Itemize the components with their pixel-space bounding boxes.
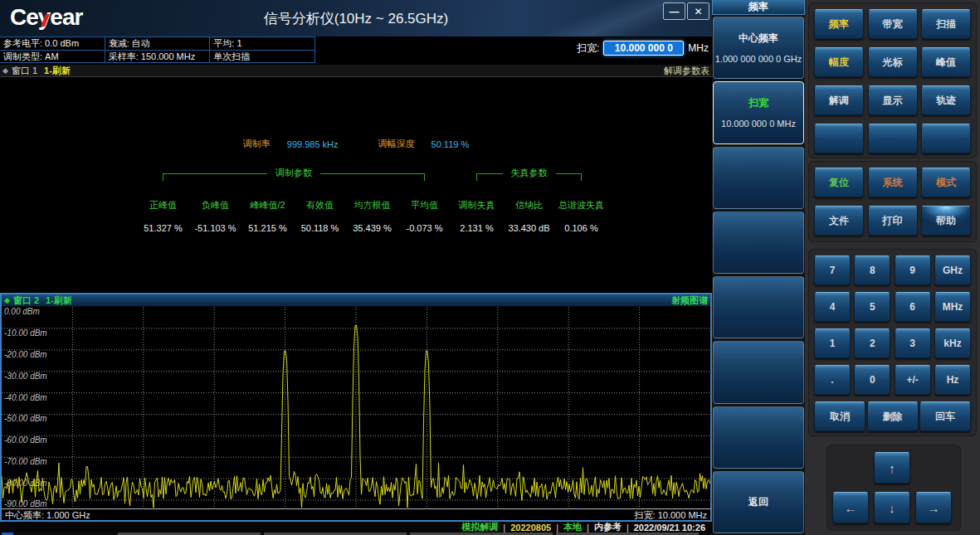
status-item: 模拟解调 (461, 521, 498, 533)
svg-text:0.00 dBm: 0.00 dBm (4, 307, 40, 316)
demod-item: 调制失真2.131 % (451, 199, 503, 233)
minimize-button[interactable]: — (663, 2, 685, 20)
key-sweep[interactable]: 扫描 (921, 9, 971, 39)
bracket-line (556, 173, 583, 181)
key-7[interactable]: 7 (814, 255, 851, 285)
key-demod[interactable]: 解调 (814, 85, 864, 115)
key-2[interactable]: 2 (854, 328, 890, 358)
arrow-right-key[interactable]: → (915, 492, 952, 523)
key-row (814, 124, 971, 153)
titlebar: Ceyear 信号分析仪(10Hz ~ 26.5GHz) — ✕ (0, 0, 712, 36)
am-depth-label: 调幅深度 (378, 138, 415, 150)
demod-item-label: 负峰值 (189, 199, 241, 212)
enter-key[interactable]: 回车 (919, 401, 971, 431)
window-1: ◆ 窗口 1 1-刷新 解调参数表 调制率 999.985 kHz 调幅深度 5… (0, 65, 712, 293)
demod-item-value: 50.118 % (294, 223, 346, 233)
key-bandwidth[interactable]: 带宽 (868, 9, 918, 39)
demod-item-value: -0.073 % (398, 223, 451, 233)
key-ghz[interactable]: GHz (934, 255, 971, 285)
key-frequency[interactable]: 频率 (814, 9, 864, 39)
demod-item-value: 51.327 % (137, 223, 189, 233)
key-file[interactable]: 文件 (814, 206, 864, 236)
side-menu-button-label: 扫宽 (748, 96, 768, 110)
window-diamond-icon: ◆ (4, 296, 10, 304)
key-plusminus[interactable]: +/- (895, 365, 931, 395)
key-blank-3 (921, 124, 971, 153)
key-display[interactable]: 显示 (868, 85, 918, 115)
key-print[interactable]: 打印 (868, 206, 918, 236)
key-marker[interactable]: 光标 (868, 47, 918, 77)
rf-spectrum-view-label[interactable]: 射频图谱 (671, 294, 710, 307)
mod-rate-value: 999.985 kHz (287, 139, 339, 149)
key-mode[interactable]: 模式 (921, 168, 971, 197)
key-row: 文件打印帮助 (814, 206, 971, 236)
key-mhz[interactable]: MHz (934, 292, 971, 322)
param-cell: 参考电平: 0.0 dBm (0, 37, 105, 50)
status-separator: | (587, 523, 589, 533)
key-trace[interactable]: 轨迹 (921, 85, 971, 115)
delete-key[interactable]: 删除 (867, 401, 919, 431)
ceyear-logo: Ceyear (10, 4, 82, 31)
demod-item-label: 信纳比 (503, 199, 555, 212)
demod-item-value: 2.131 % (451, 223, 503, 233)
demod-group: 调制参数正峰值51.327 %负峰值-51.103 %峰峰值/251.215 %… (137, 173, 451, 233)
svg-text:-50.00 dBm: -50.00 dBm (4, 414, 47, 423)
key-9[interactable]: 9 (895, 255, 931, 285)
key-1[interactable]: 1 (814, 328, 851, 358)
side-menu-buttons: 中心频率1.000 000 000 0 GHz扫宽10.000 000 0 MH… (712, 15, 805, 535)
svg-text:-70.00 dBm: -70.00 dBm (4, 457, 47, 466)
mod-rate-label: 调制率 (243, 138, 271, 150)
key-0[interactable]: 0 (854, 365, 890, 395)
key-peak[interactable]: 峰值 (921, 47, 971, 77)
key-8[interactable]: 8 (854, 255, 890, 285)
arrow-left-key[interactable]: ← (832, 492, 869, 523)
svg-text:-10.00 dBm: -10.00 dBm (4, 328, 47, 338)
key-row: 取消删除回车 (814, 401, 971, 431)
cancel-key[interactable]: 取消 (814, 401, 865, 431)
key-amplitude[interactable]: 幅度 (814, 47, 864, 77)
demod-item-label: 峰峰值/2 (241, 199, 294, 212)
back-button[interactable]: 返回 (713, 471, 804, 533)
param-cell: 采样率: 150.000 MHz (105, 51, 211, 63)
center-frequency-button[interactable]: 中心频率1.000 000 000 0 GHz (713, 17, 804, 79)
status-separator: | (627, 523, 629, 533)
key-help[interactable]: 帮助 (921, 206, 971, 236)
arrow-up-key[interactable]: ↑ (874, 452, 910, 484)
status-item: 本地 (563, 521, 582, 533)
demod-item: 有效值50.118 % (294, 199, 346, 233)
key-khz[interactable]: kHz (934, 328, 971, 358)
status-bar: 模拟解调|20220805|本地|内参考|2022/09/21 10:26 (0, 522, 712, 533)
demod-item: 正峰值51.327 % (137, 199, 189, 233)
sweep-input[interactable] (603, 41, 684, 56)
key-row: 幅度光标峰值 (814, 47, 971, 77)
key-system[interactable]: 系统 (868, 168, 918, 197)
side-menu-header: 频率 (712, 0, 805, 15)
key-5[interactable]: 5 (854, 292, 890, 322)
bracket-line (320, 173, 425, 181)
signal-analyzer-app: Ceyear 信号分析仪(10Hz ~ 26.5GHz) — ✕ 参考电平: 0… (0, 0, 980, 535)
demod-item-label: 平均值 (398, 199, 451, 212)
sweep-label: 扫宽: (577, 41, 599, 56)
span-button[interactable]: 扫宽10.000 000 0 MHz (713, 81, 804, 143)
key-preset[interactable]: 复位 (814, 168, 864, 197)
close-button[interactable]: ✕ (687, 2, 709, 20)
key-dot[interactable]: . (814, 365, 851, 395)
arrow-down-key[interactable]: ↓ (874, 492, 910, 523)
side-menu: 频率 中心频率1.000 000 000 0 GHz扫宽10.000 000 0… (712, 0, 805, 535)
side-menu-blank-7 (713, 406, 804, 469)
key-6[interactable]: 6 (895, 292, 931, 322)
demod-item: 均方根值35.439 % (346, 199, 398, 233)
demod-table-view-label[interactable]: 解调参数表 (664, 65, 712, 77)
key-row: 解调显示轨迹 (814, 85, 971, 115)
demod-item: 信纳比33.430 dB (503, 199, 555, 233)
demod-columns: 正峰值51.327 %负峰值-51.103 %峰峰值/251.215 %有效值5… (137, 199, 451, 233)
key-4[interactable]: 4 (814, 292, 851, 322)
demod-item-label: 均方根值 (346, 199, 398, 212)
key-hz[interactable]: Hz (934, 365, 971, 395)
demod-item: 负峰值-51.103 % (189, 199, 241, 233)
arrow-pad: ↑ ← ↓ → (826, 445, 961, 531)
key-blank-2 (868, 124, 918, 153)
window-1-refresh-label: 1-刷新 (44, 65, 71, 77)
window-2-refresh-label: 1-刷新 (46, 294, 72, 307)
key-3[interactable]: 3 (895, 328, 931, 358)
